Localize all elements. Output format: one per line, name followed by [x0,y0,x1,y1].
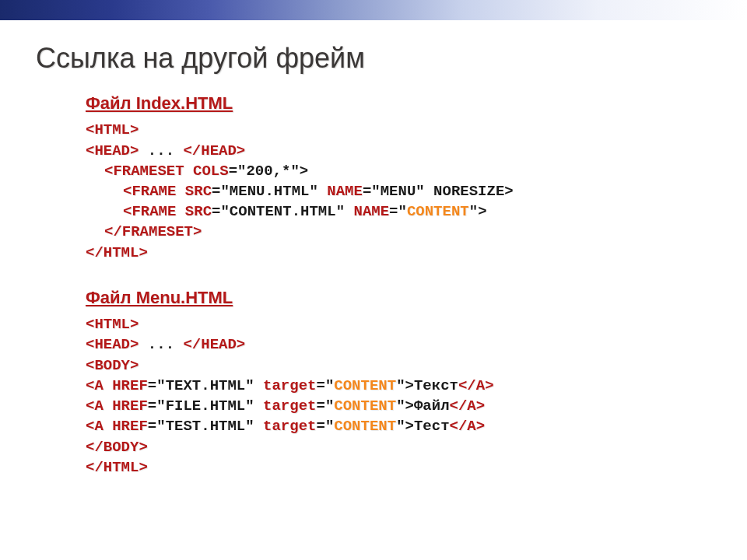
code-line: </HTML> [86,244,148,261]
code-line: <A [86,377,112,394]
code-text: ="TEXT.HTML" [148,377,263,394]
code-text: =" [316,397,334,415]
code-attr: NAME [353,203,389,220]
code-line: </HEAD> [183,336,245,353]
code-text: Текст [414,377,458,394]
code-attr: SRC [185,183,212,200]
code-attr: target [263,418,316,435]
slide-content: Ссылка на другой фрейм Файл Index.HTML <… [0,0,747,478]
file-heading-menu: Файл Menu.HTML [86,286,747,310]
code-attr: COLS [193,163,229,180]
code-line: </HEAD> [183,142,245,159]
code-line: </HTML> [86,459,148,476]
code-block-index: Файл Index.HTML <HTML> <HEAD> ... </HEAD… [86,92,747,478]
slide-title: Ссылка на другой фрейм [36,42,747,75]
code-text: ="MENU.HTML" [212,183,327,200]
code-text: =" [389,203,407,220]
code-text: ="200,*"> [229,163,309,180]
code-text: =" [316,418,334,435]
code-line: <A [86,418,112,435]
code-highlight: CONTENT [334,418,396,435]
code-line: </BODY> [86,439,148,456]
code-line: <HTML> [86,316,139,333]
code-highlight: CONTENT [407,203,469,220]
code-text: "> [396,377,414,394]
code-text: Файл [414,397,450,415]
file-heading-index: Файл Index.HTML [86,92,747,115]
code-text: "> [469,203,487,220]
code-line: <BODY> [86,357,139,374]
code-text: =" [316,377,334,394]
code-line: <FRAME [123,203,185,220]
code-text: Тест [414,418,450,435]
code-attr: target [263,397,316,415]
code-attr: NAME [327,183,363,200]
code-line: </A> [450,418,486,435]
code-text: "> [396,397,414,415]
code-line: <FRAMESET [104,163,193,180]
code-line: </A> [450,397,486,415]
code-line: <A [86,397,112,415]
code-line: <HTML> [86,121,139,138]
code-attr: HREF [112,397,148,415]
code-highlight: CONTENT [334,377,396,394]
code-text: ... [139,336,183,353]
code-attr: SRC [185,203,212,220]
code-attr: HREF [112,418,148,435]
code-attr: target [263,377,316,394]
code-text: ... [139,142,183,159]
code-text: ="MENU" NORESIZE> [363,183,514,200]
code-line: <HEAD> [86,336,139,353]
code-attr: HREF [112,377,148,394]
slide-header-bar [0,0,747,20]
code-line: </A> [458,377,494,394]
code-line: </FRAMESET> [104,223,202,240]
code-line: <HEAD> [86,142,139,159]
code-line: <FRAME [123,183,185,200]
code-highlight: CONTENT [334,397,396,415]
code-text: "> [396,418,414,435]
code-text: ="CONTENT.HTML" [212,203,353,220]
code-text: ="TEST.HTML" [148,418,263,435]
code-text: ="FILE.HTML" [148,397,263,415]
